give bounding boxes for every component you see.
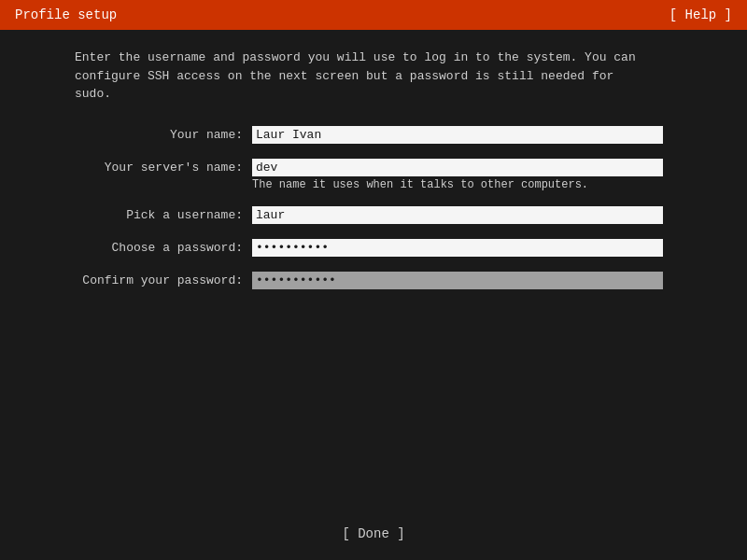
your-name-field-container	[252, 126, 672, 144]
server-name-hint: The name it uses when it talks to other …	[252, 178, 672, 191]
password-row: Choose a password:	[75, 239, 672, 257]
username-row: Pick a username:	[75, 206, 672, 224]
server-name-field-container: The name it uses when it talks to other …	[252, 159, 672, 191]
main-content: Enter the username and password you will…	[0, 30, 747, 323]
footer: [ Done ]	[0, 526, 747, 541]
help-button[interactable]: [ Help ]	[669, 7, 732, 22]
your-name-input[interactable]	[252, 126, 663, 144]
header: Profile setup [ Help ]	[0, 0, 747, 30]
password-field-container	[252, 239, 672, 257]
your-name-row: Your name:	[75, 126, 672, 144]
username-input[interactable]	[252, 206, 663, 224]
done-button[interactable]: [ Done ]	[342, 526, 404, 541]
server-name-input[interactable]	[252, 159, 663, 176]
confirm-password-row: Confirm your password:	[75, 272, 672, 289]
your-name-label: Your name:	[75, 126, 252, 142]
confirm-password-label: Confirm your password:	[75, 272, 252, 287]
server-name-row: Your server's name: The name it uses whe…	[75, 159, 672, 191]
confirm-password-input[interactable]	[252, 272, 663, 289]
confirm-password-field-container	[252, 272, 672, 289]
password-input[interactable]	[252, 239, 663, 257]
username-field-container	[252, 206, 672, 224]
description-text: Enter the username and password you will…	[75, 49, 672, 104]
server-name-label: Your server's name:	[75, 159, 252, 175]
password-label: Choose a password:	[75, 239, 252, 255]
page-title: Profile setup	[15, 7, 117, 22]
username-label: Pick a username:	[75, 206, 252, 222]
